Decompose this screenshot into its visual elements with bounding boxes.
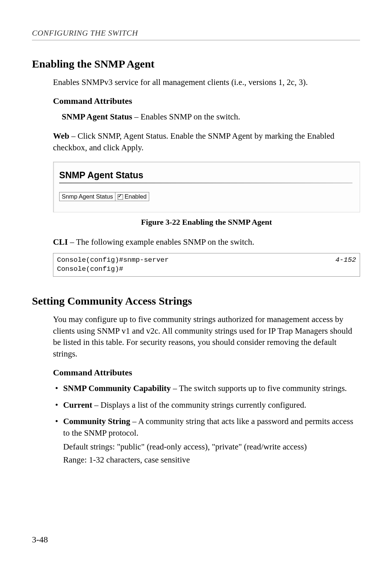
attribute-list: SNMP Community Capability – The switch s… xyxy=(53,383,360,465)
list-item: SNMP Community Capability – The switch s… xyxy=(53,383,360,394)
section1-title: Enabling the SNMP Agent xyxy=(32,58,360,70)
bullet-label: SNMP Community Capability xyxy=(63,384,171,393)
web-rest: – Click SNMP, Agent Status. Enable the S… xyxy=(53,131,334,152)
section1-intro: Enables SNMPv3 service for all managemen… xyxy=(53,77,360,88)
snmp-status-table: Snmp Agent Status Enabled xyxy=(59,192,149,201)
enabled-checkbox[interactable] xyxy=(118,194,123,200)
running-header: CONFIGURING THE SWITCH xyxy=(32,28,360,40)
bullet-desc: – Displays a list of the community strin… xyxy=(92,400,306,410)
cmd-attr-heading-1: Command Attributes xyxy=(53,96,360,106)
web-instructions: Web – Click SNMP, Agent Status. Enable t… xyxy=(53,130,360,153)
cli-lead: CLI xyxy=(53,237,68,247)
row-value-cell: Enabled xyxy=(115,192,149,201)
page-number: 3-48 xyxy=(32,535,48,545)
figure-divider xyxy=(59,183,352,183)
header-text: CONFIGURING THE SWITCH xyxy=(32,28,138,37)
checkbox-label: Enabled xyxy=(124,193,147,200)
bullet-label: Current xyxy=(63,400,92,410)
page-content: CONFIGURING THE SWITCH Enabling the SNMP… xyxy=(0,0,392,465)
figure-panel-title: SNMP Agent Status xyxy=(59,170,352,180)
section2-body: You may configure up to five community s… xyxy=(53,314,360,465)
attr-desc: – Enables SNMP on the switch. xyxy=(132,112,240,121)
figure-panel: SNMP Agent Status Snmp Agent Status Enab… xyxy=(53,162,360,212)
list-item: Current – Displays a list of the communi… xyxy=(53,399,360,411)
extra-line: Range: 1-32 characters, case sensitive xyxy=(63,454,360,466)
list-item: Community String – A community string th… xyxy=(53,416,360,465)
bullet-desc: – The switch supports up to five communi… xyxy=(171,384,347,393)
bullet-label: Community String xyxy=(63,417,130,426)
cli-rest: – The following example enables SNMP on … xyxy=(68,237,254,247)
cmd-attr-heading-2: Command Attributes xyxy=(53,368,360,378)
attr-label: SNMP Agent Status xyxy=(62,112,132,121)
attr-snmp-agent-status: SNMP Agent Status – Enables SNMP on the … xyxy=(62,111,360,123)
console-ref: 4-152 xyxy=(335,256,356,265)
section2-intro: You may configure up to five community s… xyxy=(53,314,360,360)
row-label-cell: Snmp Agent Status xyxy=(60,192,115,201)
web-lead: Web xyxy=(53,131,69,141)
section2-title: Setting Community Access Strings xyxy=(32,295,360,307)
table-row: Snmp Agent Status Enabled xyxy=(60,192,149,201)
console-output: Console(config)#snmp-server Console(conf… xyxy=(53,253,360,277)
bullet-extras: Default strings: "public" (read-only acc… xyxy=(63,441,360,465)
cli-intro: CLI – The following example enables SNMP… xyxy=(53,236,360,248)
extra-line: Default strings: "public" (read-only acc… xyxy=(63,441,360,453)
console-text: Console(config)#snmp-server Console(conf… xyxy=(57,256,169,274)
figure-caption: Figure 3-22 Enabling the SNMP Agent xyxy=(53,217,360,227)
section1-body: Enables SNMPv3 service for all managemen… xyxy=(53,77,360,277)
